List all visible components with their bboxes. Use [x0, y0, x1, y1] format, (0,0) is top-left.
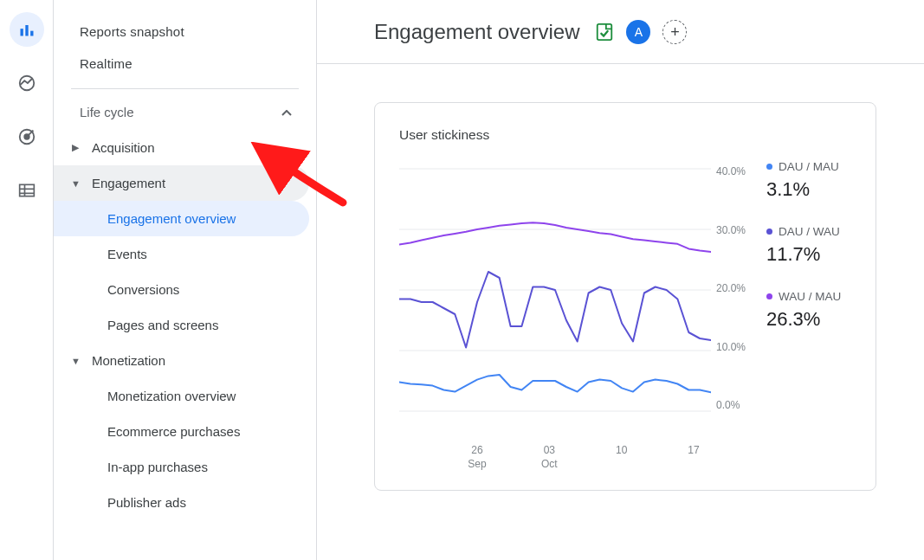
svg-rect-0 [20, 29, 23, 35]
caret-down-icon: ▼ [71, 356, 80, 366]
sidebar-item-acquisition[interactable]: ▶ Acquisition [54, 130, 316, 165]
legend-value: 3.1% [766, 178, 851, 201]
add-comparison-button[interactable]: + [662, 20, 687, 44]
sidebar-item-engagement-overview[interactable]: Engagement overview [54, 201, 309, 236]
configure-icon[interactable] [10, 173, 44, 208]
section-label: Life cycle [80, 105, 134, 119]
chevron-up-icon [281, 105, 292, 119]
legend-label: DAU / MAU [779, 160, 839, 173]
xtick-sub: Oct [541, 458, 558, 470]
legend-label: DAU / WAU [779, 225, 840, 238]
sidebar-item-conversions[interactable]: Conversions [54, 272, 316, 307]
xtick: 26 [471, 444, 482, 456]
y-axis-ticks: 40.0% 30.0% 20.0% 10.0% 0.0% [711, 160, 754, 411]
ytick: 0.0% [711, 399, 754, 411]
main-area: Engagement overview A + User stickiness … [317, 0, 924, 560]
card-title: User stickiness [399, 127, 851, 143]
legend-value: 26.3% [766, 308, 851, 331]
chart-legend: DAU / MAU 3.1% DAU / WAU 11.7% WAU / MAU… [754, 160, 851, 437]
xtick: 03 [544, 444, 555, 456]
caret-down-icon: ▼ [71, 178, 80, 189]
legend-item-wau-mau[interactable]: WAU / MAU 26.3% [766, 290, 851, 331]
ytick: 40.0% [711, 165, 754, 177]
sidebar-section-lifecycle[interactable]: Life cycle [54, 94, 316, 130]
content-area: User stickiness 40.0% 30.0% 20.0% 10.0% … [317, 64, 924, 560]
sidebar-item-events[interactable]: Events [54, 236, 316, 272]
legend-dot [766, 164, 772, 170]
svg-rect-6 [19, 184, 34, 196]
stickiness-chart[interactable] [399, 160, 711, 437]
caret-right-icon: ▶ [71, 142, 80, 153]
stickiness-card: User stickiness 40.0% 30.0% 20.0% 10.0% … [374, 102, 876, 491]
ytick: 10.0% [711, 341, 754, 353]
group-label: Acquisition [92, 140, 155, 155]
verified-icon[interactable] [595, 23, 614, 42]
legend-label: WAU / MAU [779, 290, 841, 303]
svg-rect-2 [30, 31, 33, 36]
sidebar-item-ecommerce-purchases[interactable]: Ecommerce purchases [54, 414, 316, 449]
sidebar-item-publisher-ads[interactable]: Publisher ads [54, 485, 316, 520]
page-title: Engagement overview [374, 20, 579, 44]
sidebar-item-inapp-purchases[interactable]: In-app purchases [54, 449, 316, 485]
group-label: Monetization [92, 353, 165, 368]
svg-rect-1 [25, 25, 28, 36]
sidebar-item-reports-snapshot[interactable]: Reports snapshot [54, 16, 316, 48]
ytick: 30.0% [711, 224, 754, 236]
xtick: 17 [688, 444, 699, 456]
legend-item-dau-wau[interactable]: DAU / WAU 11.7% [766, 225, 851, 266]
reports-icon[interactable] [10, 12, 44, 47]
page-header: Engagement overview A + [317, 0, 924, 64]
sidebar-item-engagement[interactable]: ▼ Engagement [54, 165, 309, 201]
legend-dot [766, 229, 772, 235]
ytick: 20.0% [711, 282, 754, 294]
explore-icon[interactable] [10, 66, 44, 100]
left-rail [0, 0, 54, 560]
group-label: Engagement [92, 176, 165, 190]
sidebar: Reports snapshot Realtime Life cycle ▶ A… [54, 0, 317, 560]
sidebar-item-monetization[interactable]: ▼ Monetization [54, 343, 316, 378]
x-axis-ticks: 26Sep 03Oct 10 17 [399, 444, 711, 471]
sidebar-item-pages-screens[interactable]: Pages and screens [54, 307, 316, 343]
legend-dot [766, 293, 772, 299]
avatar[interactable]: A [626, 20, 650, 44]
xtick: 10 [616, 444, 627, 456]
sidebar-item-monetization-overview[interactable]: Monetization overview [54, 378, 316, 414]
sidebar-separator [71, 88, 299, 89]
legend-item-dau-mau[interactable]: DAU / MAU 3.1% [766, 160, 851, 201]
advertising-icon[interactable] [10, 119, 44, 154]
legend-value: 11.7% [766, 243, 851, 266]
xtick-sub: Sep [468, 458, 486, 470]
sidebar-item-realtime[interactable]: Realtime [54, 48, 316, 80]
